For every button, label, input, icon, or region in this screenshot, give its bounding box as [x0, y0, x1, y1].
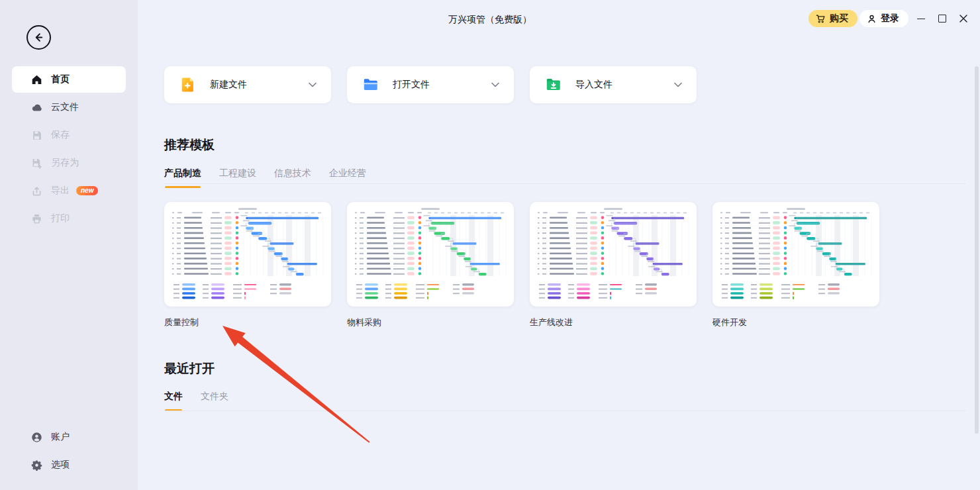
new-badge: new: [76, 186, 98, 195]
buy-button[interactable]: 购买: [808, 10, 858, 27]
template-card-quality-control[interactable]: [164, 202, 331, 307]
buy-label: 购买: [830, 13, 848, 24]
template-card-production-line-improvement[interactable]: [530, 202, 697, 307]
template-cell: 生产线改进: [530, 202, 697, 328]
template-cell: 物料采购: [347, 202, 514, 328]
sidebar-item-label: 打印: [51, 213, 70, 224]
sidebar-item-label: 选项: [51, 459, 70, 471]
sidebar-item-label: 云文件: [51, 101, 79, 113]
template-grid: 质量控制 物料采购 生产线改进 硬件开发: [164, 202, 879, 328]
sidebar-nav: 首页 云文件 保存: [12, 66, 126, 233]
sidebar-item-label: 保存: [51, 129, 70, 141]
chevron-down-icon[interactable]: [309, 82, 317, 87]
login-label: 登录: [881, 13, 899, 24]
sidebar-item-cloud-files[interactable]: 云文件: [12, 94, 126, 121]
recent-tabs: 文件 文件夹: [164, 391, 228, 411]
recent-heading: 最近打开: [164, 360, 215, 377]
export-icon: [31, 185, 42, 197]
sidebar-item-label: 导出: [51, 185, 70, 197]
save-icon: [31, 130, 42, 141]
close-icon: [959, 15, 967, 23]
account-icon: [31, 432, 42, 443]
sidebar-item-save[interactable]: 保存: [12, 122, 126, 148]
maximize-icon: [938, 15, 946, 23]
template-cell: 硬件开发: [712, 202, 879, 328]
print-icon: [31, 213, 42, 224]
sidebar-bottom: 账户 选项: [12, 424, 126, 479]
gantt-thumbnail: [170, 206, 326, 303]
save-as-icon: [31, 158, 42, 169]
open-file-button[interactable]: 打开文件: [347, 66, 514, 103]
minimize-button[interactable]: [913, 11, 929, 26]
template-card-hardware-development[interactable]: [712, 202, 879, 307]
back-button[interactable]: [26, 25, 51, 50]
sidebar-item-label: 另存为: [51, 157, 79, 169]
tab-product-manufacturing[interactable]: 产品制造: [164, 168, 201, 188]
import-file-icon: [545, 76, 562, 93]
template-title: 生产线改进: [530, 317, 697, 328]
sidebar: 首页 云文件 保存: [0, 0, 138, 490]
import-file-label: 导入文件: [575, 79, 612, 91]
sidebar-item-label: 首页: [51, 74, 70, 85]
sidebar-item-save-as[interactable]: 另存为: [12, 150, 126, 176]
sidebar-item-options[interactable]: 选项: [12, 452, 126, 478]
vertical-scrollbar-thumb[interactable]: [975, 66, 979, 434]
tab-information-technology[interactable]: 信息技术: [274, 168, 311, 188]
tab-divider: [164, 411, 965, 411]
tab-folders[interactable]: 文件夹: [201, 391, 228, 411]
sidebar-item-account[interactable]: 账户: [12, 424, 126, 450]
sidebar-item-label: 账户: [51, 431, 70, 443]
gantt-thumbnail: [718, 206, 874, 303]
maximize-button[interactable]: [934, 11, 950, 26]
template-title: 质量控制: [164, 317, 331, 328]
login-button[interactable]: 登录: [859, 10, 908, 27]
template-title: 硬件开发: [712, 317, 879, 328]
tab-engineering-construction[interactable]: 工程建设: [219, 168, 256, 188]
person-icon: [867, 14, 877, 24]
import-file-button[interactable]: 导入文件: [530, 66, 697, 103]
chevron-down-icon[interactable]: [674, 82, 682, 87]
gantt-thumbnail: [535, 206, 691, 303]
minimize-icon: [917, 19, 925, 19]
back-arrow-icon: [32, 31, 45, 44]
open-file-icon: [362, 76, 379, 93]
template-category-tabs: 产品制造 工程建设 信息技术 企业经营: [164, 168, 366, 188]
open-file-label: 打开文件: [393, 79, 430, 91]
app-window: 首页 云文件 保存: [0, 0, 980, 490]
template-title: 物料采购: [347, 317, 514, 328]
home-icon: [31, 74, 42, 85]
sidebar-item-print[interactable]: 打印: [12, 205, 126, 232]
chevron-down-icon[interactable]: [491, 82, 499, 87]
gear-icon: [31, 460, 42, 471]
new-file-button[interactable]: 新建文件: [164, 66, 331, 103]
gantt-thumbnail: [352, 206, 509, 303]
tab-files[interactable]: 文件: [164, 391, 183, 411]
tab-enterprise-management[interactable]: 企业经营: [329, 168, 366, 188]
new-file-icon: [179, 76, 197, 93]
tab-divider: [164, 183, 965, 184]
cart-icon: [816, 14, 826, 24]
new-file-label: 新建文件: [210, 79, 247, 91]
template-card-material-procurement[interactable]: [347, 202, 514, 307]
cloud-icon: [31, 102, 42, 113]
sidebar-item-home[interactable]: 首页: [12, 66, 126, 93]
close-button[interactable]: [956, 11, 971, 26]
template-cell: 质量控制: [164, 202, 331, 328]
templates-heading: 推荐模板: [164, 136, 215, 154]
sidebar-item-export[interactable]: 导出 new: [12, 177, 126, 204]
